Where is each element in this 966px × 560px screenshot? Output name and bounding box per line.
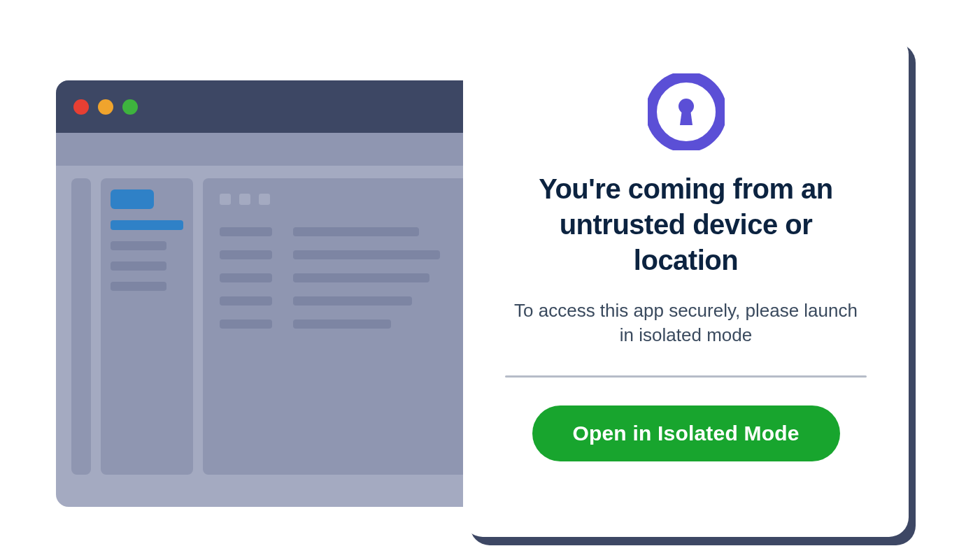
sidebar-active-item [111, 189, 154, 209]
keyhole-lock-icon [648, 73, 725, 150]
open-isolated-mode-button[interactable]: Open in Isolated Mode [532, 405, 840, 461]
sidebar-item-placeholder [111, 261, 166, 271]
security-modal: You're coming from an untrusted device o… [463, 35, 909, 537]
content-dot-icon [259, 194, 270, 205]
content-value-placeholder [293, 296, 412, 306]
content-value-placeholder [293, 273, 429, 282]
content-label-placeholder [220, 273, 272, 282]
sidebar-item-placeholder [111, 282, 166, 291]
content-label-placeholder [220, 296, 272, 306]
content-value-placeholder [293, 250, 440, 259]
modal-heading: You're coming from an untrusted device o… [505, 171, 867, 279]
content-label-placeholder [220, 250, 272, 259]
content-label-placeholder [220, 227, 272, 236]
traffic-light-close-icon [73, 99, 89, 115]
browser-micro-sidebar [71, 178, 91, 475]
traffic-light-minimize-icon [98, 99, 113, 115]
sidebar-item-placeholder [111, 241, 166, 250]
content-label-placeholder [220, 320, 272, 329]
modal-divider [505, 375, 867, 378]
sidebar-active-subitem [111, 220, 183, 230]
browser-sidebar [101, 178, 193, 475]
content-dot-icon [239, 194, 250, 205]
content-value-placeholder [293, 227, 419, 236]
traffic-light-maximize-icon [122, 99, 138, 115]
content-value-placeholder [293, 320, 391, 329]
content-dot-icon [220, 194, 231, 205]
modal-subtext: To access this app securely, please laun… [505, 299, 867, 347]
